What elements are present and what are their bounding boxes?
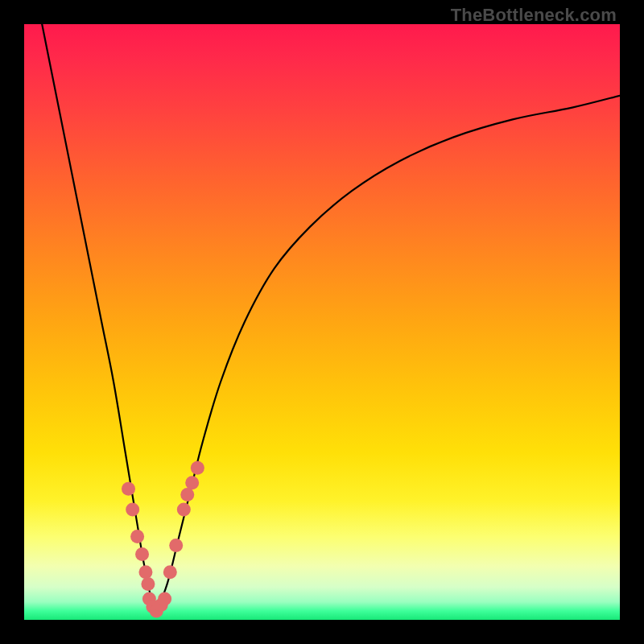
curve-right-branch xyxy=(155,96,620,614)
attribution-watermark: TheBottleneck.com xyxy=(451,5,617,26)
curve-left-branch xyxy=(42,24,155,614)
data-point-marker xyxy=(177,503,191,517)
data-point-marker xyxy=(130,530,144,543)
data-point-marker xyxy=(158,592,171,606)
data-point-marker xyxy=(163,565,177,579)
data-point-marker xyxy=(191,461,204,475)
data-point-marker xyxy=(135,547,149,561)
highlighted-points xyxy=(122,461,204,618)
data-point-marker xyxy=(180,488,194,502)
data-point-marker xyxy=(126,503,139,517)
data-point-marker xyxy=(169,539,183,552)
plot-area xyxy=(24,24,620,620)
data-point-marker xyxy=(141,577,155,591)
chart-svg xyxy=(24,24,620,620)
data-point-marker xyxy=(138,565,152,579)
outer-frame: TheBottleneck.com xyxy=(0,0,644,644)
data-point-marker xyxy=(185,476,199,489)
data-point-marker xyxy=(122,482,135,496)
